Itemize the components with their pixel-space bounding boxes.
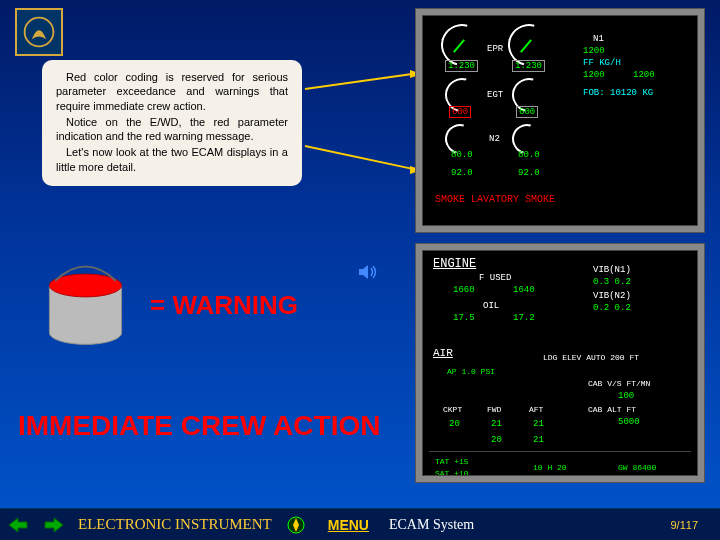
fwd-label: FWD — [487, 405, 501, 414]
egt-val-1: 600 — [449, 106, 471, 118]
ff-val-2: 1200 — [633, 70, 655, 80]
fused-label: F USED — [479, 273, 511, 283]
compass-icon — [286, 515, 306, 535]
fused-v2: 1640 — [513, 285, 535, 295]
footer-bar: ELECTRONIC INSTRUMENT MENU ECAM System 9… — [0, 508, 720, 540]
ecam-lower-panel: ENGINE F USED 1660 1640 OIL 17.5 17.2 VI… — [415, 243, 705, 483]
epr-val-1: 1.230 — [445, 60, 478, 72]
temp-4: 20 — [491, 435, 502, 445]
explanation-textbox: Red color coding is reserved for serious… — [42, 60, 302, 186]
aft-label: AFT — [529, 405, 543, 414]
ecam-ewd-screen: EPR 1.230 1.230 EGT 600 600 N1 1200 FF K… — [422, 15, 698, 226]
vibn2-val: 0.2 0.2 — [593, 303, 631, 313]
tat-val: TAT +15 — [435, 457, 469, 466]
pointer-arrow-line-1 — [305, 73, 414, 90]
vibn1-val: 0.3 0.2 — [593, 277, 631, 287]
fused-v1: 1660 — [453, 285, 475, 295]
textbox-p3: Let's now look at the two ECAM displays … — [56, 145, 288, 174]
company-logo — [15, 8, 63, 56]
ldg-elev: LDG ELEV AUTO 200 FT — [543, 353, 639, 362]
egt-label: EGT — [487, 90, 503, 100]
prev-button[interactable] — [4, 513, 32, 537]
pct-val-1: 92.0 — [451, 168, 473, 178]
ff-val-1: 1200 — [583, 46, 605, 56]
fob-label: FOB: 10120 KG — [583, 88, 653, 98]
red-paint-bucket-icon — [38, 257, 133, 352]
next-button[interactable] — [40, 513, 68, 537]
ecam-upper-panel: EPR 1.230 1.230 EGT 600 600 N1 1200 FF K… — [415, 8, 705, 233]
ecam-warning-message: SMOKE LAVATORY SMOKE — [435, 194, 555, 205]
pct-val-2: 92.0 — [518, 168, 540, 178]
temp-5: 21 — [533, 435, 544, 445]
epr-label: EPR — [487, 44, 503, 54]
menu-button[interactable]: MENU — [328, 517, 369, 533]
vibn1-label: VIB(N1) — [593, 265, 631, 275]
vibn2-label: VIB(N2) — [593, 291, 631, 301]
egt-val-2: 600 — [516, 106, 538, 118]
immediate-crew-action-label: IMMEDIATE CREW ACTION — [18, 410, 380, 442]
oil-v1: 17.5 — [453, 313, 475, 323]
air-title: AIR — [433, 347, 453, 359]
cabalt-label: CAB ALT FT — [588, 405, 636, 414]
vs-val: 100 — [618, 391, 634, 401]
time-val: 10 H 20 — [533, 463, 567, 472]
footer-subtitle: ECAM System — [389, 517, 474, 533]
epr-val-2: 1.230 — [512, 60, 545, 72]
cabalt-val: 5000 — [618, 417, 640, 427]
n1-label: N1 — [593, 34, 604, 44]
n2-val-2: 80.0 — [518, 150, 540, 160]
ecam-system-screen: ENGINE F USED 1660 1640 OIL 17.5 17.2 VI… — [422, 250, 698, 476]
temp-1: 20 — [449, 419, 460, 429]
ff-val-1b: 1200 — [583, 70, 605, 80]
footer-title: ELECTRONIC INSTRUMENT — [78, 516, 272, 533]
page-number: 9/117 — [670, 519, 698, 531]
textbox-p1: Red color coding is reserved for serious… — [56, 70, 288, 113]
n2-label: N2 — [489, 134, 500, 144]
temp-3: 21 — [533, 419, 544, 429]
pointer-arrow-line-2 — [305, 145, 413, 170]
oil-label: OIL — [483, 301, 499, 311]
ff-label: FF KG/H — [583, 58, 621, 68]
warning-equals-label: = WARNING — [150, 290, 298, 321]
n2-val-1: 80.0 — [451, 150, 473, 160]
textbox-p2: Notice on the E/WD, the red parameter in… — [56, 115, 288, 144]
gw-val: GW 86400 — [618, 463, 656, 472]
ckpt-label: CKPT — [443, 405, 462, 414]
engine-title: ENGINE — [433, 257, 476, 271]
sound-icon[interactable] — [355, 260, 379, 284]
vs-label: CAB V/S FT/MN — [588, 379, 650, 388]
temp-2: 21 — [491, 419, 502, 429]
sat-val: SAT +10 — [435, 469, 469, 476]
psi-val: AP 1.0 PSI — [447, 367, 495, 376]
oil-v2: 17.2 — [513, 313, 535, 323]
